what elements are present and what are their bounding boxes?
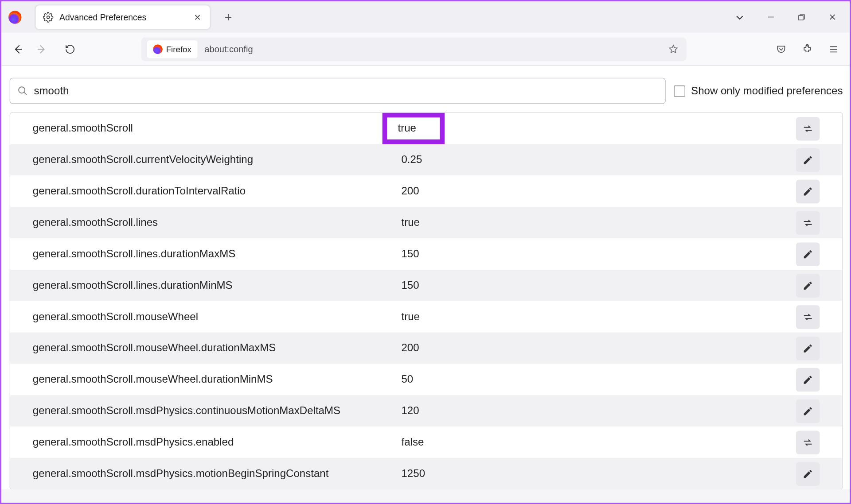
- pref-value: 200: [390, 332, 429, 364]
- edit-button[interactable]: [796, 148, 820, 171]
- bookmark-star-icon[interactable]: [666, 42, 680, 56]
- pref-name: general.smoothScroll.lines.durationMinMS: [33, 279, 391, 291]
- pref-row[interactable]: general.smoothScroll.mouseWheeltrue: [10, 301, 842, 333]
- checkbox-label: Show only modified preferences: [691, 85, 843, 97]
- pref-value: true: [390, 301, 430, 333]
- pref-row[interactable]: general.smoothScroll.currentVelocityWeig…: [10, 144, 842, 175]
- edit-button[interactable]: [796, 179, 820, 203]
- identity-label: Firefox: [166, 44, 191, 54]
- reload-button[interactable]: [58, 37, 82, 61]
- edit-button[interactable]: [796, 273, 820, 297]
- pref-row[interactable]: general.smoothScroll.mouseWheel.duration…: [10, 332, 842, 364]
- pref-value: 0.25: [390, 144, 433, 175]
- all-tabs-button[interactable]: [726, 4, 753, 30]
- pocket-icon[interactable]: [769, 37, 793, 61]
- identity-box[interactable]: Firefox: [147, 40, 197, 58]
- pref-value: true: [383, 112, 445, 144]
- pref-row[interactable]: general.smoothScroll.lines.durationMinMS…: [10, 270, 842, 301]
- edit-button[interactable]: [796, 399, 820, 423]
- toggle-button[interactable]: [796, 305, 820, 328]
- pref-name: general.smoothScroll.lines.durationMaxMS: [33, 248, 391, 260]
- toggle-button[interactable]: [796, 430, 820, 454]
- firefox-logo: [7, 9, 23, 25]
- pref-row[interactable]: general.smoothScroll.durationToIntervalR…: [10, 175, 842, 207]
- pref-name: general.smoothScroll.lines: [33, 216, 391, 229]
- edit-button[interactable]: [796, 462, 820, 485]
- preferences-table: general.smoothScrolltruegeneral.smoothSc…: [10, 112, 843, 489]
- pref-value: 200: [390, 175, 429, 207]
- pref-row[interactable]: general.smoothScroll.mouseWheel.duration…: [10, 364, 842, 395]
- edit-button[interactable]: [796, 368, 820, 391]
- search-icon: [17, 85, 28, 96]
- pref-value: false: [390, 426, 434, 458]
- pref-name: general.smoothScroll.mouseWheel.duration…: [33, 373, 391, 386]
- back-button[interactable]: [6, 37, 30, 61]
- pref-name: general.smoothScroll.mouseWheel: [33, 310, 391, 323]
- svg-rect-1: [799, 15, 803, 19]
- toggle-button[interactable]: [796, 211, 820, 234]
- pref-row[interactable]: general.smoothScroll.msdPhysics.continuo…: [10, 395, 842, 426]
- svg-point-2: [806, 44, 808, 46]
- forward-button[interactable]: [30, 37, 53, 61]
- pref-value: 120: [390, 395, 429, 426]
- pref-row[interactable]: general.smoothScroll.lines.durationMaxMS…: [10, 238, 842, 270]
- pref-value: 1250: [390, 458, 436, 489]
- pref-name: general.smoothScroll.currentVelocityWeig…: [33, 154, 391, 166]
- window-controls: [726, 4, 850, 30]
- checkbox-icon: [674, 85, 685, 96]
- pref-name: general.smoothScroll.msdPhysics.motionBe…: [33, 467, 391, 480]
- menu-icon[interactable]: [821, 37, 845, 61]
- svg-point-3: [19, 87, 25, 93]
- close-window-button[interactable]: [819, 4, 845, 30]
- navigation-toolbar: Firefox about:config: [1, 33, 850, 66]
- pref-row[interactable]: general.smoothScroll.msdPhysics.motionBe…: [10, 458, 842, 489]
- minimize-button[interactable]: [757, 4, 784, 30]
- url-bar[interactable]: Firefox about:config: [141, 37, 687, 61]
- svg-point-0: [47, 16, 50, 18]
- pref-value: 50: [390, 364, 424, 395]
- pref-value: 150: [390, 270, 429, 301]
- show-modified-checkbox[interactable]: Show only modified preferences: [674, 85, 843, 97]
- pref-name: general.smoothScroll.msdPhysics.enabled: [33, 436, 391, 448]
- extensions-icon[interactable]: [796, 37, 819, 61]
- pref-name: general.smoothScroll.msdPhysics.continuo…: [33, 404, 391, 417]
- toggle-button[interactable]: [796, 116, 820, 140]
- firefox-icon: [153, 44, 162, 54]
- gear-icon: [43, 12, 54, 22]
- browser-tab[interactable]: Advanced Preferences: [36, 5, 210, 29]
- maximize-button[interactable]: [789, 4, 815, 30]
- edit-button[interactable]: [796, 336, 820, 360]
- pref-row[interactable]: general.smoothScrolltrue: [10, 112, 842, 144]
- pref-value: true: [390, 207, 430, 238]
- pref-name: general.smoothScroll.durationToIntervalR…: [33, 185, 391, 197]
- pref-row[interactable]: general.smoothScroll.linestrue: [10, 207, 842, 238]
- tab-strip: Advanced Preferences: [1, 1, 850, 33]
- pref-row[interactable]: general.smoothScroll.msdPhysics.enabledf…: [10, 426, 842, 458]
- url-text: about:config: [204, 44, 666, 54]
- new-tab-button[interactable]: [218, 7, 238, 27]
- pref-name: general.smoothScroll: [33, 122, 391, 135]
- tab-title: Advanced Preferences: [59, 12, 191, 22]
- search-input[interactable]: [34, 85, 658, 97]
- close-icon[interactable]: [191, 11, 204, 23]
- pref-name: general.smoothScroll.mouseWheel.duration…: [33, 342, 391, 354]
- about-config-content: Show only modified preferences general.s…: [1, 66, 850, 489]
- pref-search-box[interactable]: [10, 78, 666, 104]
- pref-value: 150: [390, 238, 429, 270]
- edit-button[interactable]: [796, 242, 820, 265]
